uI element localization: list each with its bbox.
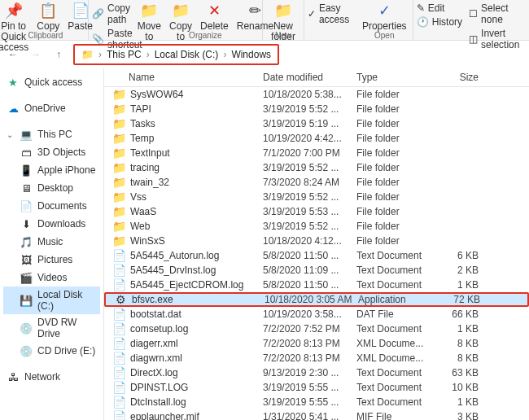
file-row[interactable]: 📄5A5445_EjectCDROM.log5/8/2020 11:50 ...… bbox=[104, 278, 529, 292]
file-row[interactable]: 📁Vss3/19/2019 5:52 ...File folder bbox=[104, 190, 529, 204]
pin-quick-access-button[interactable]: 📌Pin to Quick access bbox=[0, 0, 32, 55]
delete-button[interactable]: ✕Delete bbox=[197, 0, 232, 33]
sidebar-item-documents[interactable]: 📄Documents bbox=[3, 197, 100, 215]
file-date: 10/18/2020 4:12... bbox=[263, 235, 356, 247]
file-row[interactable]: 📄bootstat.dat10/19/2020 3:58...DAT File6… bbox=[104, 307, 529, 322]
file-row[interactable]: 📁Tasks3/19/2019 5:19 ...File folder bbox=[104, 116, 529, 131]
file-name: WinSxS bbox=[130, 235, 165, 247]
sidebar-item-local-disk-c-[interactable]: 💾Local Disk (C:) bbox=[3, 287, 100, 314]
file-row[interactable]: 📄epplauncher.mif1/31/2020 5:41 ...MIF Fi… bbox=[104, 409, 529, 420]
file-row[interactable]: 📄5A5445_Autorun.log5/8/2020 11:50 ...Tex… bbox=[104, 248, 529, 263]
item-icon: 📱 bbox=[20, 164, 33, 177]
file-size: 6 KB bbox=[438, 250, 487, 261]
file-row[interactable]: 📁Temp10/19/2020 4:42...File folder bbox=[104, 131, 529, 146]
open-group-label: Open bbox=[356, 31, 413, 40]
invert-selection-button[interactable]: ◫Invert selection bbox=[467, 27, 524, 51]
sidebar-item-dvd-rw-drive[interactable]: 💿DVD RW Drive bbox=[3, 314, 100, 342]
easy-access-button[interactable]: ✓Easy access bbox=[306, 2, 355, 26]
file-icon: 📁 bbox=[112, 147, 125, 160]
header-type[interactable]: Type bbox=[356, 72, 438, 83]
item-icon: 🖼 bbox=[20, 253, 33, 266]
file-type: File folder bbox=[356, 235, 438, 247]
file-date: 3/19/2019 5:52 ... bbox=[263, 103, 356, 115]
file-name: WaaS bbox=[130, 206, 156, 217]
file-row[interactable]: 📁tracing3/19/2019 5:52 ...File folder bbox=[104, 160, 529, 175]
breadcrumb-localdisk[interactable]: Local Disk (C:) bbox=[155, 49, 219, 60]
chevron-right-icon: › bbox=[98, 49, 102, 60]
sidebar-thispc[interactable]: ⌄💻This PC bbox=[3, 125, 100, 143]
history-icon: 🕐 bbox=[417, 16, 429, 28]
copy-button[interactable]: 📋Copy bbox=[33, 0, 63, 33]
sidebar-quick-access[interactable]: ★Quick access bbox=[3, 73, 100, 91]
edit-button[interactable]: ✎Edit bbox=[415, 2, 464, 15]
header-name[interactable]: Name bbox=[104, 72, 263, 83]
sidebar-item-pictures[interactable]: 🖼Pictures bbox=[3, 251, 100, 269]
file-icon: ⚙ bbox=[114, 293, 127, 306]
file-row[interactable]: 📁Web3/19/2019 5:52 ...File folder bbox=[104, 219, 529, 234]
file-row[interactable]: 📄5A5445_DrvInst.log5/8/2020 11:09 ...Tex… bbox=[104, 263, 529, 278]
properties-button[interactable]: ✓Properties bbox=[359, 0, 410, 33]
file-icon: 📁 bbox=[112, 234, 125, 247]
file-icon: 📄 bbox=[112, 381, 125, 394]
file-type: DAT File bbox=[356, 308, 438, 320]
file-row[interactable]: 📁WaaS3/19/2019 5:53 ...File folder bbox=[104, 204, 529, 219]
file-name: comsetup.log bbox=[130, 323, 188, 335]
file-size: 66 KB bbox=[438, 308, 487, 320]
file-row[interactable]: 📄diagwrn.xml7/2/2020 8:13 PMXML Docume..… bbox=[104, 351, 529, 365]
sidebar-item-cd-drive-e-[interactable]: 💿CD Drive (E:) bbox=[3, 342, 100, 360]
file-row[interactable]: 📄diagerr.xml7/2/2020 8:13 PMXML Docume..… bbox=[104, 336, 529, 351]
file-size: 63 KB bbox=[438, 367, 487, 378]
file-type: File folder bbox=[356, 147, 438, 159]
file-name: bootstat.dat bbox=[130, 308, 181, 320]
file-row[interactable]: 📁WinSxS10/18/2020 4:12...File folder bbox=[104, 234, 529, 248]
file-name: Vss bbox=[130, 191, 146, 203]
file-name: TAPI bbox=[130, 103, 151, 115]
file-date: 1/31/2020 5:41 ... bbox=[263, 411, 356, 420]
item-icon: 🎬 bbox=[20, 271, 33, 284]
chevron-down-icon: ⌄ bbox=[7, 130, 15, 139]
file-date: 3/19/2019 5:53 ... bbox=[263, 206, 356, 217]
file-row[interactable]: 📁TAPI3/19/2019 5:52 ...File folder bbox=[104, 102, 529, 116]
sidebar-item-3d-objects[interactable]: 🗃3D Objects bbox=[3, 143, 100, 161]
history-button[interactable]: 🕐History bbox=[415, 15, 464, 28]
paste-button[interactable]: 📄Paste bbox=[64, 0, 96, 33]
breadcrumb-windows[interactable]: Windows bbox=[231, 49, 271, 60]
select-none-button[interactable]: ☐Select none bbox=[467, 2, 524, 26]
breadcrumb[interactable]: 📁 › This PC › Local Disk (C:) › Windows bbox=[73, 44, 279, 65]
copy-icon: 📋 bbox=[38, 2, 58, 21]
sidebar-item-apple-iphone[interactable]: 📱Apple iPhone bbox=[3, 161, 100, 179]
sidebar-item-desktop[interactable]: 🖥Desktop bbox=[3, 179, 100, 197]
file-row[interactable]: 📁twain_327/3/2020 8:24 AMFile folder bbox=[104, 175, 529, 190]
column-headers[interactable]: Name Date modified Type Size bbox=[104, 68, 529, 87]
header-date[interactable]: Date modified bbox=[263, 72, 356, 83]
file-size: 2 KB bbox=[438, 265, 487, 276]
sidebar-onedrive[interactable]: ☁OneDrive bbox=[3, 99, 100, 117]
sidebar-item-downloads[interactable]: ⬇Downloads bbox=[3, 215, 100, 233]
file-row[interactable]: 📁TextInput7/1/2020 7:00 PMFile folder bbox=[104, 146, 529, 160]
sidebar-item-videos[interactable]: 🎬Videos bbox=[3, 269, 100, 287]
select-none-icon: ☐ bbox=[469, 8, 478, 20]
sidebar-item-music[interactable]: 🎵Music bbox=[3, 233, 100, 251]
sidebar-network[interactable]: 🖧Network bbox=[3, 368, 100, 386]
file-date: 7/2/2020 7:52 PM bbox=[263, 323, 356, 335]
file-row[interactable]: 📁SysWOW6410/18/2020 5:38...File folder bbox=[104, 87, 529, 102]
sidebar-item-label: CD Drive (E:) bbox=[37, 345, 95, 357]
breadcrumb-thispc[interactable]: This PC bbox=[107, 49, 142, 60]
file-type: File folder bbox=[356, 162, 438, 173]
file-row[interactable]: 📄DtcInstall.log3/19/2019 5:55 ...Text Do… bbox=[104, 395, 529, 409]
file-row[interactable]: 📄comsetup.log7/2/2020 7:52 PMText Docume… bbox=[104, 322, 529, 336]
file-row[interactable]: 📄DPINST.LOG3/19/2019 5:55 ...Text Docume… bbox=[104, 380, 529, 395]
file-icon: 📄 bbox=[112, 308, 125, 321]
file-icon: 📁 bbox=[112, 132, 125, 145]
file-size: 1 KB bbox=[438, 323, 487, 335]
file-row[interactable]: ⚙bfsvc.exe10/18/2020 3:05 AMApplication7… bbox=[104, 292, 529, 307]
paste-icon: 📄 bbox=[71, 2, 90, 21]
header-size[interactable]: Size bbox=[438, 72, 487, 83]
item-icon: 💿 bbox=[20, 322, 33, 335]
file-date: 3/19/2019 5:52 ... bbox=[263, 191, 356, 203]
file-name: DtcInstall.log bbox=[130, 396, 186, 408]
file-row[interactable]: 📄DirectX.log9/13/2019 2:30 ...Text Docum… bbox=[104, 365, 529, 380]
file-name: TextInput bbox=[130, 147, 170, 159]
network-icon: 🖧 bbox=[7, 370, 20, 383]
file-size: 8 KB bbox=[438, 352, 487, 364]
